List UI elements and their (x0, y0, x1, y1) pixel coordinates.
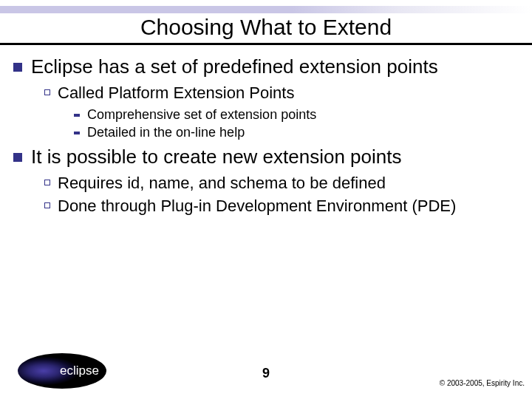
title-gradient (0, 6, 532, 13)
bullet-l3: Comprehensive set of extension points (74, 106, 519, 123)
l2-group: Called Platform Extension Points Compreh… (13, 83, 519, 141)
l3-group: Comprehensive set of extension points De… (44, 106, 519, 141)
bullet-l3: Detailed in the on-line help (74, 124, 519, 141)
bullet-text: Eclipse has a set of predefined extensio… (31, 55, 438, 78)
bullet-l2: Called Platform Extension Points (44, 83, 519, 103)
hollow-square-bullet-icon (44, 202, 50, 208)
hollow-square-bullet-icon (44, 89, 50, 95)
slide: Choosing What to Extend Eclipse has a se… (0, 6, 532, 399)
title-bar: Choosing What to Extend (0, 6, 532, 45)
bullet-l1: Eclipse has a set of predefined extensio… (13, 55, 519, 78)
hollow-square-bullet-icon (44, 180, 50, 185)
l2-group: Requires id, name, and schema to be defi… (13, 173, 519, 216)
copyright-text: © 2003-2005, Espirity Inc. (440, 379, 525, 387)
page-number: 9 (262, 366, 270, 381)
square-bullet-icon (13, 63, 22, 72)
dash-bullet-icon (74, 132, 80, 134)
dash-bullet-icon (74, 114, 80, 117)
bullet-l2: Done through Plug-in Development Environ… (44, 196, 519, 216)
footer: eclipse 9 © 2003-2005, Espirity Inc. (0, 350, 532, 395)
bullet-text: Called Platform Extension Points (58, 83, 294, 103)
bullet-text: Done through Plug-in Development Environ… (58, 196, 456, 216)
eclipse-logo: eclipse (18, 353, 106, 389)
slide-title: Choosing What to Extend (0, 15, 532, 40)
logo-text: eclipse (60, 364, 99, 378)
bullet-text: Comprehensive set of extension points (87, 106, 316, 123)
bullet-text: Detailed in the on-line help (87, 124, 245, 141)
square-bullet-icon (13, 153, 22, 162)
bullet-text: Requires id, name, and schema to be defi… (58, 173, 386, 194)
content-area: Eclipse has a set of predefined extensio… (0, 45, 532, 216)
bullet-l2: Requires id, name, and schema to be defi… (44, 173, 519, 194)
bullet-text: It is possible to create new extension p… (31, 146, 402, 168)
bullet-l1: It is possible to create new extension p… (13, 146, 519, 168)
